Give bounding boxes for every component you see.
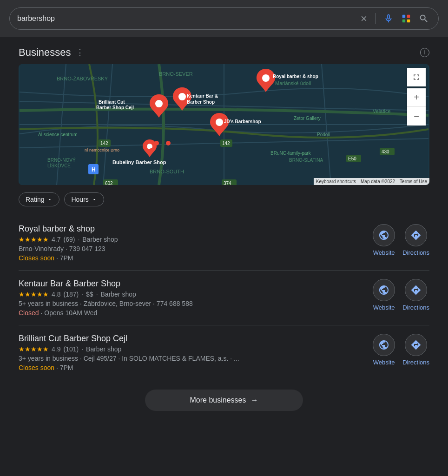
price-separator: · — [81, 291, 83, 298]
directions-icon-circle — [405, 334, 427, 356]
website-icon-circle — [373, 279, 395, 301]
business-rating-row: ★★★★★ 4.7 (69) · Barber shop — [19, 236, 365, 243]
search-divider — [376, 13, 376, 24]
business-details: Brno-Vinohrady · 739 047 123 — [19, 245, 365, 252]
svg-text:Barber Shop Cejl: Barber Shop Cejl — [96, 105, 134, 110]
business-name[interactable]: Royal barber & shop — [19, 224, 365, 234]
svg-rect-2 — [402, 20, 405, 22]
directions-button[interactable]: Directions — [402, 334, 429, 366]
svg-text:Brilliant Cut: Brilliant Cut — [99, 99, 125, 105]
search-bar — [9, 7, 439, 30]
directions-label: Directions — [402, 304, 429, 311]
lens-search-button[interactable] — [399, 12, 413, 26]
rating-value: 4.7 — [52, 236, 60, 243]
svg-point-25 — [262, 74, 270, 82]
svg-text:142: 142 — [100, 141, 108, 146]
price-range: $$ — [86, 291, 93, 298]
svg-point-33 — [216, 119, 223, 126]
svg-text:BRNO-SLATINA: BRNO-SLATINA — [289, 158, 323, 163]
star-rating: ★★★★★ — [19, 236, 49, 243]
more-options-icon[interactable]: ⋮ — [76, 47, 84, 58]
svg-rect-1 — [407, 15, 410, 18]
svg-text:Mariánské údolí: Mariánské údolí — [275, 80, 311, 86]
svg-text:Bubeliny Barber Shop: Bubeliny Barber Shop — [112, 159, 166, 165]
svg-text:Velatice: Velatice — [373, 108, 391, 114]
directions-label: Directions — [402, 249, 429, 256]
review-count: (101) — [63, 345, 79, 353]
google-search-button[interactable] — [417, 12, 431, 26]
business-actions: Website Directions — [373, 224, 429, 256]
svg-text:LÍSKOVCE: LÍSKOVCE — [47, 163, 71, 168]
business-status-row: Closed · Opens 10AM Wed — [19, 309, 365, 317]
website-label: Website — [373, 249, 395, 256]
website-button[interactable]: Website — [373, 224, 395, 256]
svg-text:JD's Barbershop: JD's Barbershop — [224, 119, 261, 124]
business-info-kentaur: Kentaur Bar & Barber Shop ★★★★★ 4.8 (187… — [19, 279, 365, 317]
keyboard-shortcuts-link[interactable]: Keyboard shortcuts — [314, 178, 358, 185]
svg-text:BRNO-NOVÝ: BRNO-NOVÝ — [47, 157, 76, 163]
svg-point-54 — [166, 141, 171, 145]
website-button[interactable]: Website — [373, 334, 395, 366]
business-rating-row: ★★★★★ 4.8 (187) · $$ · Barber shop — [19, 291, 365, 298]
svg-text:BRNO-SEVER: BRNO-SEVER — [159, 71, 193, 77]
svg-text:Barber Shop: Barber Shop — [187, 99, 215, 105]
directions-button[interactable]: Directions — [402, 224, 429, 256]
main-content: Businesses ⋮ i — [0, 37, 448, 425]
review-count: (69) — [63, 236, 75, 243]
status-badge: Closes soon — [19, 254, 54, 262]
business-type-separator: · — [81, 345, 83, 353]
status-time: · 7PM — [56, 364, 73, 371]
directions-button[interactable]: Directions — [402, 279, 429, 311]
more-businesses-label: More businesses — [190, 396, 246, 404]
svg-text:430: 430 — [382, 149, 389, 154]
svg-point-27 — [178, 93, 186, 100]
svg-text:H: H — [92, 166, 96, 173]
website-icon-circle — [373, 334, 395, 356]
map-expand-button[interactable] — [407, 68, 426, 86]
svg-text:BRNO-ŽABOVŘESKY: BRNO-ŽABOVŘESKY — [57, 76, 108, 81]
business-actions: Website Directions — [373, 334, 429, 366]
voice-search-button[interactable] — [382, 12, 395, 26]
status-time: · Opens 10AM Wed — [40, 309, 97, 317]
info-icon[interactable]: i — [420, 48, 429, 57]
map-zoom-out-button[interactable]: − — [407, 107, 426, 126]
svg-text:602: 602 — [105, 181, 113, 185]
filter-hours-button[interactable]: Hours — [64, 192, 104, 206]
star-rating: ★★★★★ — [19, 345, 49, 353]
more-businesses-button[interactable]: More businesses → — [145, 390, 303, 411]
svg-text:BRNO-SOUTH: BRNO-SOUTH — [150, 169, 184, 174]
website-button[interactable]: Website — [373, 279, 395, 311]
more-businesses-container: More businesses → — [19, 380, 429, 416]
search-bar-container — [0, 0, 448, 37]
svg-text:Al science centrum: Al science centrum — [38, 132, 77, 137]
svg-text:374: 374 — [224, 181, 231, 185]
map-container[interactable]: BRNO-ŽABOVŘESKY BRNO-SEVER Mariánské údo… — [19, 64, 429, 185]
status-time: · 7PM — [56, 254, 73, 262]
clear-search-button[interactable] — [358, 13, 370, 25]
website-label: Website — [373, 359, 395, 366]
website-icon-circle — [373, 224, 395, 246]
review-count: (187) — [63, 291, 79, 298]
map-controls: + − — [407, 68, 426, 126]
business-info-brilliant-cut: Brilliant Cut Barber Shop Cejl ★★★★★ 4.9… — [19, 334, 365, 371]
table-row: Royal barber & shop ★★★★★ 4.7 (69) · Bar… — [19, 216, 429, 271]
terms-of-use-link[interactable]: Terms of Use — [397, 178, 429, 185]
svg-rect-3 — [407, 20, 410, 22]
filter-rating-button[interactable]: Rating — [19, 192, 59, 206]
svg-text:Royal barber & shop: Royal barber & shop — [273, 74, 318, 79]
business-name[interactable]: Brilliant Cut Barber Shop Cejl — [19, 334, 365, 344]
svg-text:E50: E50 — [348, 156, 356, 161]
svg-point-52 — [150, 148, 154, 152]
businesses-title-row: Businesses ⋮ — [19, 46, 84, 59]
svg-text:Kentaur Bar &: Kentaur Bar & — [187, 93, 218, 99]
map-footer: Keyboard shortcuts Map data ©2022 Terms … — [314, 178, 429, 185]
business-name[interactable]: Kentaur Bar & Barber Shop — [19, 279, 365, 289]
business-type: Barber shop — [86, 345, 121, 353]
map-zoom-in-button[interactable]: + — [407, 88, 426, 107]
business-info-royal-barber: Royal barber & shop ★★★★★ 4.7 (69) · Bar… — [19, 224, 365, 262]
business-actions: Website Directions — [373, 279, 429, 311]
business-type-separator: · — [96, 291, 98, 298]
table-row: Kentaur Bar & Barber Shop ★★★★★ 4.8 (187… — [19, 271, 429, 325]
svg-text:ní nemocnice Brno: ní nemocnice Brno — [85, 148, 119, 152]
search-input[interactable] — [17, 14, 354, 23]
